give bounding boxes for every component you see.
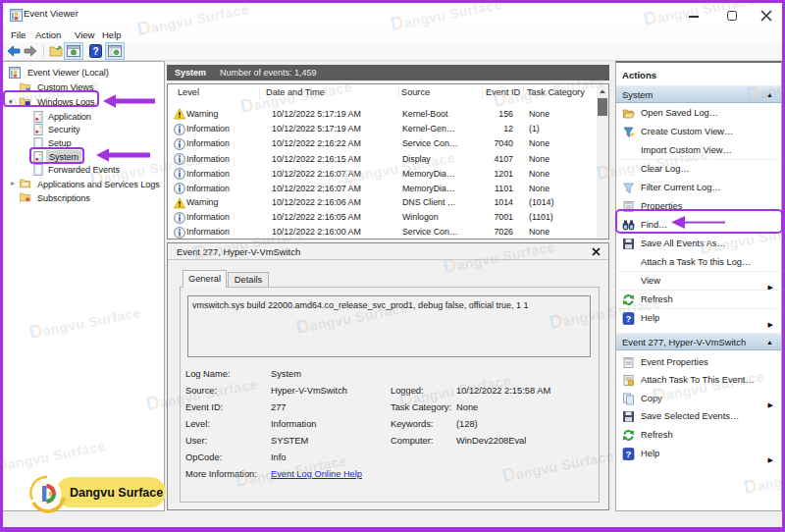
svg-text:?: ? <box>626 313 632 324</box>
svg-text:?: ? <box>626 449 632 459</box>
svg-text:?: ? <box>92 46 98 57</box>
